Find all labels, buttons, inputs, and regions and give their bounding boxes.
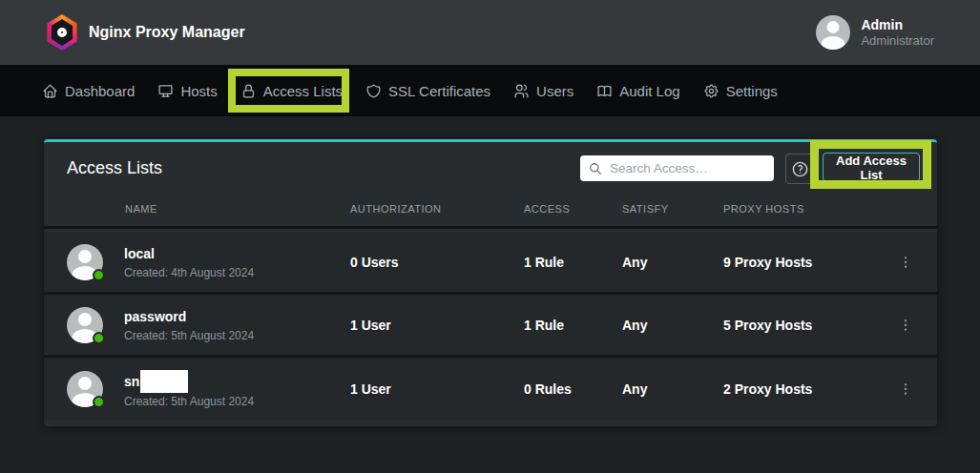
- row-authorization: 1 User: [350, 381, 524, 397]
- users-icon: [513, 83, 530, 99]
- user-name: Admin: [861, 17, 934, 34]
- row-avatar: [67, 307, 103, 343]
- app-logo-icon: [46, 14, 78, 51]
- status-dot: [93, 332, 105, 344]
- row-avatar: [67, 371, 103, 407]
- row-created-date: Created: 5th August 2024: [124, 329, 254, 342]
- row-created-date: Created: 5th August 2024: [124, 395, 254, 408]
- table-row[interactable]: local Created: 4th August 2024 0 Users 1…: [44, 232, 937, 295]
- user-menu[interactable]: Admin Administrator: [816, 15, 934, 50]
- nav-item-access-lists[interactable]: Access Lists: [240, 83, 343, 99]
- nav-item-settings[interactable]: Settings: [703, 83, 778, 99]
- redaction-box: [140, 370, 188, 393]
- panel-title: Access Lists: [67, 158, 162, 178]
- help-button[interactable]: [785, 154, 815, 184]
- book-icon: [596, 83, 613, 99]
- status-dot: [93, 396, 105, 408]
- row-satisfy: Any: [622, 255, 723, 270]
- main-nav: Dashboard Hosts Access Lists SSL Certifi…: [0, 65, 980, 116]
- row-satisfy: Any: [622, 381, 723, 397]
- row-name: sn: [124, 374, 139, 389]
- row-avatar: [67, 244, 103, 280]
- column-header-authorization: AUTHORIZATION: [350, 203, 524, 215]
- search-input[interactable]: [610, 161, 765, 175]
- user-avatar[interactable]: [816, 15, 850, 50]
- gear-icon: [703, 83, 719, 99]
- table-row[interactable]: sn Created: 5th August 2024 1 User 0 Rul…: [44, 358, 937, 421]
- row-actions-kebab-icon[interactable]: [898, 380, 913, 398]
- table-row[interactable]: password Created: 5th August 2024 1 User…: [44, 295, 937, 358]
- row-actions-kebab-icon[interactable]: [898, 254, 913, 271]
- column-header-name: NAME: [44, 203, 350, 215]
- app-title: Nginx Proxy Manager: [89, 24, 245, 41]
- monitor-icon: [157, 83, 174, 99]
- user-role: Administrator: [861, 33, 934, 48]
- column-header-access: ACCESS: [524, 203, 622, 215]
- row-authorization: 0 Users: [350, 255, 524, 270]
- nav-item-audit-log[interactable]: Audit Log: [596, 83, 679, 99]
- row-access: 1 Rule: [524, 255, 622, 270]
- row-access: 0 Rules: [524, 381, 622, 397]
- row-name: local: [124, 246, 155, 261]
- nav-item-dashboard[interactable]: Dashboard: [42, 83, 135, 99]
- user-info: Admin Administrator: [861, 17, 934, 49]
- row-satisfy: Any: [622, 318, 723, 333]
- search-icon: [589, 162, 602, 175]
- nav-item-users[interactable]: Users: [513, 83, 573, 99]
- nav-item-ssl-certificates[interactable]: SSL Certificates: [365, 83, 490, 99]
- help-icon: [791, 160, 809, 178]
- column-header-satisfy: SATISFY: [622, 203, 723, 215]
- row-actions-kebab-icon[interactable]: [898, 317, 913, 334]
- nav-item-hosts[interactable]: Hosts: [157, 83, 217, 99]
- row-created-date: Created: 4th August 2024: [124, 266, 254, 279]
- table-body: local Created: 4th August 2024 0 Users 1…: [44, 232, 937, 421]
- lock-icon: [240, 83, 257, 99]
- row-proxy-hosts: 5 Proxy Hosts: [723, 318, 874, 333]
- search-box: [580, 155, 774, 181]
- add-access-list-wrap: Add Access List: [823, 153, 920, 182]
- column-header-proxy-hosts: PROXY HOSTS: [723, 203, 874, 215]
- row-authorization: 1 User: [350, 318, 524, 333]
- status-dot: [93, 269, 105, 281]
- row-access: 1 Rule: [524, 318, 622, 333]
- row-proxy-hosts: 9 Proxy Hosts: [723, 255, 874, 270]
- topbar: Nginx Proxy Manager Admin Administrator: [0, 0, 980, 65]
- table-header: NAME AUTHORIZATION ACCESS SATISFY PROXY …: [44, 191, 937, 229]
- add-access-list-button[interactable]: Add Access List: [823, 153, 920, 182]
- home-icon: [42, 83, 58, 99]
- row-proxy-hosts: 2 Proxy Hosts: [723, 381, 874, 397]
- access-lists-panel: Access Lists Add Access List NAME AUTHOR…: [44, 139, 937, 426]
- shield-icon: [365, 83, 382, 99]
- row-name: password: [124, 309, 186, 324]
